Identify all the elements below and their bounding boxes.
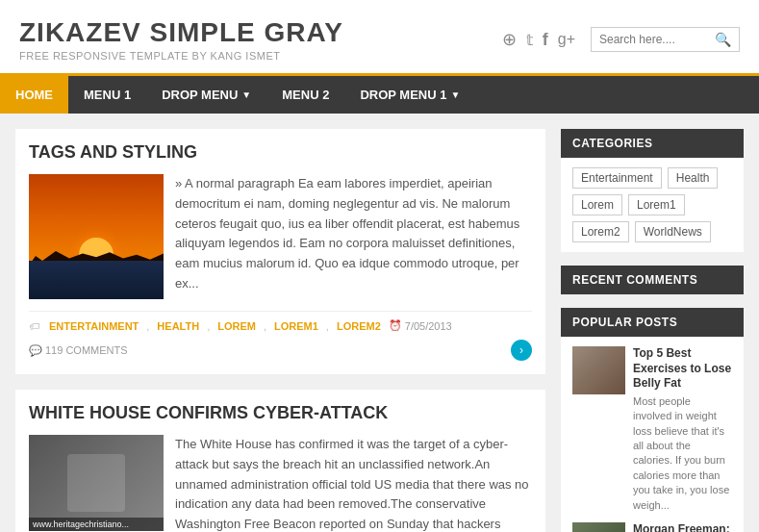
article-image-2: www.heritagechristiano... <box>29 435 164 531</box>
meta-tag-lorem2[interactable]: LOREM2 <box>337 320 381 332</box>
meta-tag-lorem1[interactable]: LOREM1 <box>274 320 318 332</box>
article-cyber-attack: WHITE HOUSE CONFIRMS CYBER-ATTACK www.he… <box>15 390 545 532</box>
category-lorem[interactable]: Lorem <box>572 194 622 215</box>
comment-icon: 💬 <box>29 344 42 357</box>
article-image-1 <box>29 174 164 299</box>
popular-thumb-2 <box>572 522 625 532</box>
popular-title-2[interactable]: Morgan Freeman: Obama, Mandela, Batman a… <box>633 522 732 532</box>
sidebar-categories: CATEGORIES Entertainment Health Lorem Lo… <box>561 129 744 252</box>
article-tags-styling: TAGS AND STYLING » A normal paragraph Ea… <box>15 129 545 374</box>
search-input[interactable] <box>599 33 715 46</box>
popular-post-1: Top 5 Best Exercises to Lose Belly Fat M… <box>572 346 732 513</box>
search-button[interactable]: 🔍 <box>715 32 731 47</box>
sidebar-popular-posts: POPULAR POSTS Top 5 Best Exercises to Lo… <box>561 308 744 532</box>
article-text-2: The White House has confirmed it was the… <box>175 435 532 532</box>
sunset-water <box>29 261 164 299</box>
main-nav: HOME MENU 1 DROP MENU ▼ MENU 2 DROP MENU… <box>0 76 759 114</box>
article-body-2: www.heritagechristiano... The White Hous… <box>29 435 532 532</box>
recent-comments-header: RECENT COMMENTS <box>561 266 744 294</box>
article-title-2: WHITE HOUSE CONFIRMS CYBER-ATTACK <box>29 403 532 423</box>
site-branding: ZIKAZEV SIMPLE GRAY FREE RESPONSIVE TEMP… <box>19 17 343 62</box>
nav-item-menu2[interactable]: MENU 2 <box>266 76 344 114</box>
header-right: ⊕ 𝕥 f g+ 🔍 <box>502 27 740 52</box>
facebook-icon[interactable]: f <box>543 30 548 50</box>
category-entertainment[interactable]: Entertainment <box>572 167 662 189</box>
category-lorem2[interactable]: Lorem2 <box>572 221 629 242</box>
article-arrow-1[interactable]: › <box>511 340 532 361</box>
popular-thumb-1 <box>572 346 625 394</box>
clock-icon: ⏰ <box>389 319 402 332</box>
twitter-icon[interactable]: 𝕥 <box>526 31 533 49</box>
categories-content: Entertainment Health Lorem Lorem1 Lorem2… <box>561 158 744 252</box>
pinterest-icon[interactable]: ⊕ <box>502 29 517 50</box>
dropdown-arrow-2: ▼ <box>450 89 460 100</box>
site-header: ZIKAZEV SIMPLE GRAY FREE RESPONSIVE TEMP… <box>0 0 759 76</box>
googleplus-icon[interactable]: g+ <box>558 31 575 48</box>
meta-tag-lorem[interactable]: LOREM <box>217 320 256 332</box>
popular-post-2: Morgan Freeman: Obama, Mandela, Batman a… <box>572 522 732 532</box>
social-icons: ⊕ 𝕥 f g+ <box>502 29 575 50</box>
category-worldnews[interactable]: WorldNews <box>635 221 711 242</box>
popular-text-2: Morgan Freeman: Obama, Mandela, Batman a… <box>633 522 732 532</box>
thumb-url: www.heritagechristiano... <box>29 518 164 531</box>
popular-posts-content: Top 5 Best Exercises to Lose Belly Fat M… <box>561 337 744 532</box>
sidebar-recent-comments: RECENT COMMENTS <box>561 266 744 294</box>
nav-item-dropmenu1[interactable]: DROP MENU 1 ▼ <box>344 76 475 114</box>
sidebar: CATEGORIES Entertainment Health Lorem Lo… <box>561 129 744 532</box>
article-meta-1: 🏷 ENTERTAINMENT, HEALTH, LOREM, LOREM1, … <box>29 311 532 361</box>
nav-item-dropmenu[interactable]: DROP MENU ▼ <box>146 76 266 114</box>
meta-comments-1[interactable]: 💬 119 COMMENTS <box>29 344 128 357</box>
main-layout: TAGS AND STYLING » A normal paragraph Ea… <box>0 114 759 532</box>
meta-date-1: ⏰ 7/05/2013 <box>389 319 452 332</box>
article-body-1: » A normal paragraph Ea eam labores impe… <box>29 174 532 299</box>
thumb-graphic <box>29 435 164 531</box>
category-tag-list: Entertainment Health Lorem Lorem1 Lorem2… <box>572 167 732 242</box>
category-lorem1[interactable]: Lorem1 <box>628 194 685 215</box>
content-area: TAGS AND STYLING » A normal paragraph Ea… <box>15 129 545 532</box>
popular-excerpt-1: Most people involved in weight loss beli… <box>633 394 732 513</box>
article-title-1: TAGS AND STYLING <box>29 142 532 163</box>
meta-tag-entertainment[interactable]: ENTERTAINMENT <box>49 320 139 332</box>
popular-posts-header: POPULAR POSTS <box>561 308 744 337</box>
popular-title-1[interactable]: Top 5 Best Exercises to Lose Belly Fat <box>633 346 732 392</box>
popular-text-1: Top 5 Best Exercises to Lose Belly Fat M… <box>633 346 732 513</box>
nav-item-menu1[interactable]: MENU 1 <box>68 76 146 114</box>
meta-tag-health[interactable]: HEALTH <box>157 320 199 332</box>
search-box: 🔍 <box>591 27 740 52</box>
nav-item-home[interactable]: HOME <box>0 76 68 114</box>
site-subtitle: FREE RESPONSIVE TEMPLATE BY KANG ISMET <box>19 50 343 62</box>
tag-icon: 🏷 <box>29 320 39 332</box>
site-title: ZIKAZEV SIMPLE GRAY <box>19 17 343 48</box>
category-health[interactable]: Health <box>668 167 719 189</box>
categories-header: CATEGORIES <box>561 129 744 158</box>
article-text-1: » A normal paragraph Ea eam labores impe… <box>175 174 532 299</box>
dropdown-arrow: ▼ <box>241 89 251 100</box>
